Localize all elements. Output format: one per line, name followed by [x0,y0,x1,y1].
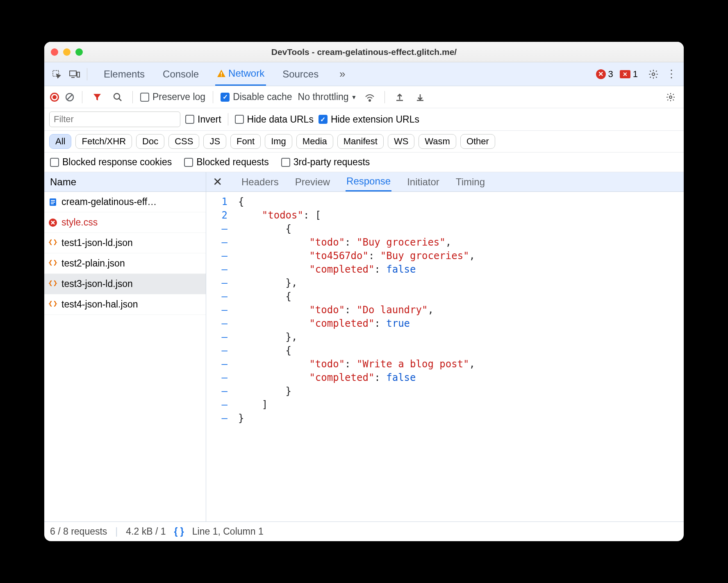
svg-point-5 [652,73,655,75]
hide-data-urls-toggle[interactable]: Hide data URLs [235,114,314,125]
request-name: test2-plain.json [61,258,125,269]
error-count: 3 [608,69,613,80]
type-pill-doc[interactable]: Doc [136,134,164,149]
svg-rect-3 [221,72,222,75]
doc-icon [48,198,57,207]
type-pill-ws[interactable]: WS [388,134,414,149]
invert-label: Invert [198,114,221,125]
disable-cache-toggle[interactable]: Disable cache [221,91,292,102]
detail-tab-timing[interactable]: Timing [455,172,486,191]
search-icon[interactable] [110,90,125,105]
issue-count-badge[interactable]: ✕ 1 [620,69,638,80]
code-body: { "todos": [ { "todo": "Buy groceries", … [232,192,475,522]
request-row[interactable]: test2-plain.json [44,253,206,274]
detail-tab-headers[interactable]: Headers [241,172,280,191]
record-button[interactable] [50,93,59,102]
throttling-select[interactable]: No throttling▼ [298,91,357,102]
zoom-window-button[interactable] [75,48,83,56]
request-row[interactable]: test1-json-ld.json [44,233,206,253]
invert-toggle[interactable]: Invert [185,114,221,125]
request-name: test1-json-ld.json [61,237,133,248]
preserve-log-toggle[interactable]: Preserve log [140,91,205,102]
type-pill-fetchxhr[interactable]: Fetch/XHR [75,134,132,149]
traffic-lights [51,48,83,56]
divider [213,91,213,103]
hide-extension-urls-toggle[interactable]: Hide extension URLs [318,114,419,125]
response-code-view[interactable]: 12––––––––––––––– { "todos": [ { "todo":… [206,192,684,522]
divider [132,91,133,103]
close-window-button[interactable] [51,48,58,56]
divider [82,91,82,103]
tab-network[interactable]: Network [215,62,266,86]
detail-tab-initiator[interactable]: Initiator [406,172,440,191]
detail-tab-response[interactable]: Response [346,172,391,191]
main-split: Name cream-gelatinous-eff…style.csstest1… [44,172,684,522]
request-name: cream-gelatinous-eff… [61,196,157,207]
issue-icon: ✕ [620,70,630,78]
more-tabs-icon[interactable]: » [335,67,350,82]
request-row[interactable]: test4-json-hal.json [44,294,206,315]
error-count-badge[interactable]: ✕ 3 [596,69,613,80]
clear-button[interactable] [65,92,75,102]
error-icon: ✕ [596,69,606,79]
close-detail-icon[interactable]: ✕ [213,175,226,189]
minimize-window-button[interactable] [63,48,71,56]
request-name: test4-json-hal.json [61,299,138,310]
hide-data-label: Hide data URLs [247,114,314,125]
extra-filters: Blocked response cookies Blocked request… [44,153,684,172]
network-conditions-icon[interactable] [362,90,377,105]
filter-icon[interactable] [90,90,105,105]
window-title: DevTools - cream-gelatinous-effect.glitc… [44,47,684,57]
type-pill-img[interactable]: Img [265,134,292,149]
detail-tab-preview[interactable]: Preview [294,172,331,191]
request-list-header[interactable]: Name [44,172,206,192]
tab-elements[interactable]: Elements [102,62,146,86]
divider [384,91,385,103]
divider [228,113,228,125]
type-pill-wasm[interactable]: Wasm [419,134,456,149]
request-name: style.css [61,217,98,228]
blocked-cookies-label: Blocked response cookies [62,157,172,168]
err-icon [48,218,57,227]
settings-icon[interactable] [646,67,661,82]
upload-har-icon[interactable] [392,90,407,105]
svg-rect-1 [70,71,76,76]
preserve-log-label: Preserve log [152,91,205,102]
type-pill-media[interactable]: Media [296,134,333,149]
filter-input[interactable] [49,112,180,127]
hide-ext-label: Hide extension URLs [331,114,419,125]
tab-network-label: Network [228,68,264,79]
network-settings-icon[interactable] [663,90,678,105]
type-filter-pills: AllFetch/XHRDocCSSJSFontImgMediaManifest… [44,131,684,153]
divider [87,68,87,80]
type-pill-other[interactable]: Other [460,134,495,149]
type-pill-all[interactable]: All [49,134,71,149]
type-pill-js[interactable]: JS [203,134,226,149]
tab-console[interactable]: Console [161,62,200,86]
svg-rect-2 [77,72,80,77]
blocked-cookies-toggle[interactable]: Blocked response cookies [50,157,172,168]
request-row[interactable]: style.css [44,212,206,233]
filter-row: Invert Hide data URLs Hide extension URL… [44,108,684,131]
download-har-icon[interactable] [413,90,428,105]
svg-rect-4 [221,75,222,76]
request-row[interactable]: cream-gelatinous-eff… [44,192,206,212]
type-pill-manifest[interactable]: Manifest [337,134,384,149]
json-icon [48,239,57,248]
type-pill-font[interactable]: Font [230,134,261,149]
device-icon[interactable] [67,67,82,82]
json-icon [48,259,57,268]
json-icon [48,280,57,289]
tab-sources[interactable]: Sources [281,62,320,86]
third-party-toggle[interactable]: 3rd-party requests [281,157,370,168]
braces-icon[interactable]: { } [174,526,184,537]
request-list: Name cream-gelatinous-eff…style.csstest1… [44,172,206,522]
issue-count: 1 [633,69,638,80]
request-count: 6 / 8 requests [50,526,107,537]
blocked-requests-toggle[interactable]: Blocked requests [184,157,268,168]
blocked-requests-label: Blocked requests [196,157,268,168]
kebab-icon[interactable]: ⋮ [664,67,679,82]
type-pill-css[interactable]: CSS [168,134,199,149]
inspect-icon[interactable] [49,67,64,82]
request-row[interactable]: test3-json-ld.json [44,274,206,294]
